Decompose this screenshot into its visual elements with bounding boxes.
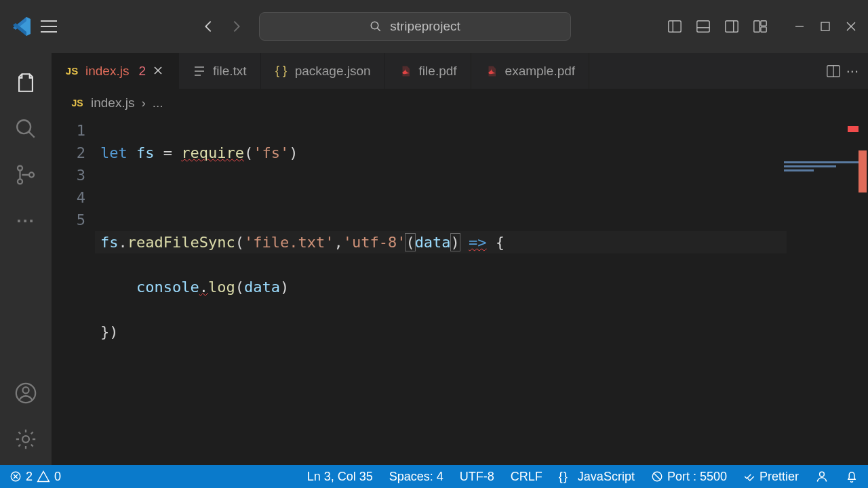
activity-settings[interactable] <box>5 419 46 460</box>
svg-rect-1 <box>669 21 681 33</box>
svg-rect-5 <box>761 21 766 26</box>
status-indentation[interactable]: Spaces: 4 <box>389 470 443 484</box>
warning-icon <box>37 470 50 483</box>
tab-package-json[interactable]: { } package.json <box>261 53 385 89</box>
person-icon <box>815 470 829 483</box>
svg-point-18 <box>820 472 825 476</box>
status-error-count: 2 <box>26 470 33 484</box>
bell-icon <box>845 470 859 483</box>
line-number: 3 <box>52 164 85 186</box>
status-feedback[interactable] <box>815 470 829 483</box>
split-editor-icon[interactable] <box>826 64 841 79</box>
window-maximize-button[interactable] <box>815 16 835 37</box>
line-number: 2 <box>52 142 85 164</box>
svg-point-13 <box>22 387 28 393</box>
status-language[interactable]: { } JavaScript <box>559 470 635 484</box>
breadcrumb-file: index.js <box>91 96 134 110</box>
window-close-button[interactable] <box>841 16 861 37</box>
gutter: 1 2 3 4 5 <box>52 117 100 465</box>
command-center-search[interactable]: stripeproject <box>259 12 571 41</box>
line-number: 5 <box>52 209 85 231</box>
tab-problem-count: 2 <box>136 64 146 79</box>
search-text: stripeproject <box>390 19 460 34</box>
line-number: 1 <box>52 119 85 142</box>
window-minimize-button[interactable] <box>789 16 810 37</box>
nav-forward-button[interactable] <box>226 16 247 37</box>
status-problems[interactable]: 2 0 <box>9 470 61 484</box>
error-icon <box>9 470 22 483</box>
nav-back-button[interactable] <box>198 16 218 37</box>
broadcast-icon <box>651 470 663 483</box>
tab-label: file.pdf <box>419 64 457 79</box>
tab-index-js[interactable]: JS index.js 2 <box>52 53 179 89</box>
js-file-icon: JS <box>71 96 84 110</box>
tab-file-pdf[interactable]: file.pdf <box>385 53 471 89</box>
breadcrumb-rest: ... <box>153 96 163 110</box>
svg-rect-4 <box>754 21 760 33</box>
json-file-icon: { } <box>275 64 288 78</box>
tab-label: index.js <box>85 64 129 79</box>
tab-more-actions[interactable]: ··· <box>846 62 859 80</box>
status-eol[interactable]: CRLF <box>511 470 542 484</box>
customize-layout-icon[interactable] <box>750 16 770 37</box>
breadcrumb[interactable]: JS index.js › ... <box>52 89 868 117</box>
svg-rect-7 <box>821 22 829 30</box>
activity-search[interactable] <box>5 108 46 149</box>
js-file-icon: JS <box>65 64 79 78</box>
activity-account[interactable] <box>5 373 46 413</box>
svg-point-8 <box>17 120 31 134</box>
status-live-server[interactable]: Port : 5500 <box>651 470 727 484</box>
tab-close-button[interactable] <box>153 65 165 77</box>
tab-label: file.txt <box>213 64 247 79</box>
svg-point-14 <box>22 436 29 443</box>
editor-tabs: JS index.js 2 file.txt { } package.json … <box>52 53 868 89</box>
tab-file-txt[interactable]: file.txt <box>179 53 261 89</box>
search-icon <box>370 20 382 33</box>
activity-source-control[interactable] <box>5 155 46 195</box>
minimap[interactable] <box>784 117 859 141</box>
svg-point-0 <box>372 22 379 29</box>
code-content[interactable]: let fs = require('fs') fs.readFileSync('… <box>100 117 868 465</box>
status-warning-count: 0 <box>54 470 61 484</box>
svg-rect-3 <box>726 21 738 33</box>
layout-sidebar-right-icon[interactable] <box>722 16 742 37</box>
svg-rect-6 <box>761 27 766 32</box>
editor-area: JS index.js 2 file.txt { } package.json … <box>52 53 868 465</box>
status-cursor-position[interactable]: Ln 3, Col 35 <box>307 470 373 484</box>
svg-rect-2 <box>697 21 709 33</box>
layout-panel-icon[interactable] <box>693 16 713 37</box>
tab-label: package.json <box>295 64 371 79</box>
svg-point-11 <box>29 172 34 177</box>
status-bar: 2 0 Ln 3, Col 35 Spaces: 4 UTF-8 CRLF { … <box>0 465 868 488</box>
svg-point-10 <box>18 179 22 184</box>
title-bar: stripeproject <box>0 0 868 53</box>
tab-example-pdf[interactable]: example.pdf <box>471 53 590 89</box>
line-number: 4 <box>52 186 85 209</box>
pdf-file-icon <box>399 64 412 78</box>
activity-more[interactable]: ··· <box>5 201 46 241</box>
menu-button[interactable] <box>35 13 62 40</box>
code-editor[interactable]: 1 2 3 4 5 let fs = require('fs') fs.read… <box>52 117 868 465</box>
tab-label: example.pdf <box>505 64 576 79</box>
activity-bar: ··· <box>0 53 52 465</box>
text-file-icon <box>193 64 206 78</box>
status-prettier[interactable]: Prettier <box>743 470 799 484</box>
check-icon <box>743 470 755 483</box>
activity-explorer[interactable] <box>5 62 46 103</box>
status-encoding[interactable]: UTF-8 <box>460 470 494 484</box>
breadcrumb-sep: › <box>141 96 145 110</box>
overview-ruler-error-icon <box>859 150 867 192</box>
pdf-file-icon <box>485 64 498 78</box>
status-notifications[interactable] <box>845 470 859 483</box>
layout-sidebar-left-icon[interactable] <box>665 16 685 37</box>
vscode-logo-icon <box>7 16 35 37</box>
svg-point-9 <box>18 166 22 171</box>
